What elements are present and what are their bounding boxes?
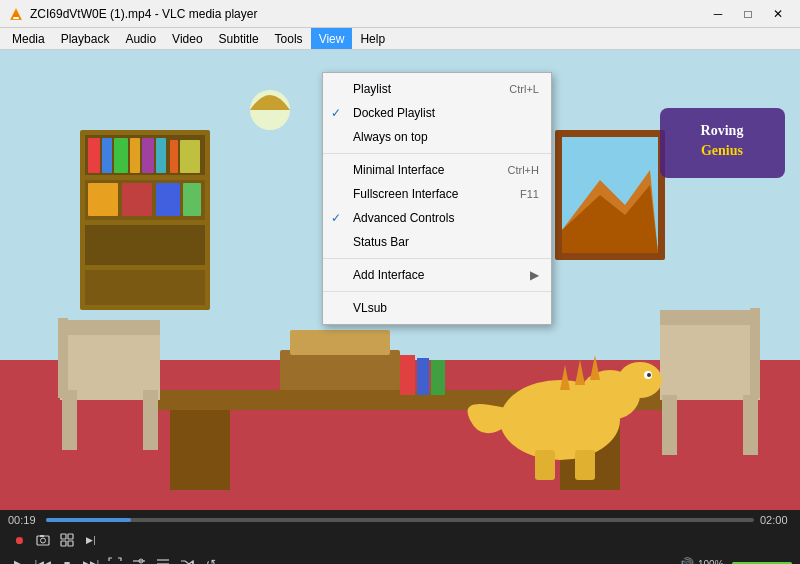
svg-rect-13	[114, 138, 128, 173]
fullscreen-btn[interactable]	[104, 554, 126, 564]
menu-vlsub[interactable]: VLsub	[323, 296, 551, 320]
svg-rect-55	[417, 358, 429, 395]
volume-label: 100%	[698, 559, 728, 565]
random-btn[interactable]	[176, 554, 198, 564]
svg-rect-17	[170, 140, 178, 173]
svg-rect-54	[400, 355, 415, 395]
progress-track[interactable]	[46, 518, 754, 522]
maximize-btn[interactable]: □	[734, 4, 762, 24]
volume-icon[interactable]: 🔊	[678, 557, 694, 565]
menu-video[interactable]: Video	[164, 28, 210, 49]
loop-btn[interactable]: ↺	[200, 554, 222, 564]
svg-point-48	[647, 373, 651, 377]
svg-rect-62	[40, 535, 44, 537]
menu-minimal-interface[interactable]: Minimal Interface Ctrl+H	[323, 158, 551, 182]
frame-next-btn[interactable]: ▶|	[80, 530, 102, 550]
menu-add-interface[interactable]: Add Interface ▶	[323, 263, 551, 287]
menu-help[interactable]: Help	[352, 28, 393, 49]
svg-rect-9	[85, 225, 205, 265]
menu-docked-playlist[interactable]: ✓ Docked Playlist	[323, 101, 551, 125]
extended-settings-btn[interactable]	[128, 554, 150, 564]
svg-rect-18	[180, 140, 200, 173]
svg-rect-33	[290, 330, 390, 355]
svg-text:Roving: Roving	[701, 123, 744, 138]
svg-rect-16	[156, 138, 166, 173]
app-icon	[8, 6, 24, 22]
menu-media[interactable]: Media	[4, 28, 53, 49]
svg-rect-14	[130, 138, 140, 173]
svg-rect-64	[68, 534, 73, 539]
svg-rect-38	[58, 318, 68, 398]
svg-rect-43	[750, 308, 760, 398]
menu-audio[interactable]: Audio	[117, 28, 164, 49]
menu-view[interactable]: View	[311, 28, 353, 49]
prev-btn[interactable]: |◀◀	[32, 554, 54, 564]
svg-rect-21	[156, 183, 180, 216]
submenu-arrow-icon: ▶	[530, 268, 539, 282]
svg-rect-37	[143, 390, 158, 450]
svg-point-46	[618, 362, 662, 398]
play-btn[interactable]: ▶	[8, 554, 30, 564]
svg-rect-35	[60, 320, 160, 335]
menu-bar: Media Playback Audio Video Subtitle Tool…	[0, 28, 800, 50]
close-btn[interactable]: ✕	[764, 4, 792, 24]
svg-rect-53	[575, 450, 595, 480]
svg-text:Genius: Genius	[701, 143, 744, 158]
svg-rect-41	[662, 395, 677, 455]
progress-fill	[46, 518, 131, 522]
record-btn[interactable]: ⏺	[8, 530, 30, 550]
svg-rect-30	[170, 410, 230, 490]
svg-rect-10	[85, 270, 205, 305]
next-btn[interactable]: ▶▶|	[80, 554, 102, 564]
title-bar: ZCI69dVtW0E (1).mp4 - VLC media player ─…	[0, 0, 800, 28]
svg-rect-11	[88, 138, 100, 173]
main-controls-row: ▶ |◀◀ ■ ▶▶|	[0, 552, 800, 564]
svg-rect-63	[61, 534, 66, 539]
view-dropdown-menu: Playlist Ctrl+L ✓ Docked Playlist Always…	[322, 72, 552, 325]
svg-rect-66	[68, 541, 73, 546]
svg-point-61	[41, 538, 46, 543]
svg-rect-32	[280, 350, 400, 390]
playlist-view-btn[interactable]	[152, 554, 174, 564]
volume-area: 🔊 100%	[678, 557, 792, 565]
menu-subtitle[interactable]: Subtitle	[211, 28, 267, 49]
progress-bar-area: 00:19 02:00	[0, 510, 800, 528]
total-time: 02:00	[760, 514, 792, 526]
svg-rect-52	[535, 450, 555, 480]
controls-area: 00:19 02:00 ⏺ ▶| ▶ |◀◀ ■	[0, 510, 800, 564]
menu-advanced-controls[interactable]: ✓ Advanced Controls	[323, 206, 551, 230]
extended-btn[interactable]	[56, 530, 78, 550]
stop-btn[interactable]: ■	[56, 554, 78, 564]
svg-rect-36	[62, 390, 77, 450]
svg-rect-56	[431, 360, 445, 395]
current-time: 00:19	[8, 514, 40, 526]
advanced-controls-row: ⏺ ▶|	[0, 528, 800, 552]
window-controls: ─ □ ✕	[704, 4, 792, 24]
svg-rect-19	[88, 183, 118, 216]
menu-playlist[interactable]: Playlist Ctrl+L	[323, 77, 551, 101]
menu-separator-1	[323, 153, 551, 154]
menu-status-bar[interactable]: Status Bar	[323, 230, 551, 254]
svg-rect-20	[122, 183, 152, 216]
menu-separator-2	[323, 258, 551, 259]
menu-fullscreen-interface[interactable]: Fullscreen Interface F11	[323, 182, 551, 206]
menu-always-on-top[interactable]: Always on top	[323, 125, 551, 149]
menu-playback[interactable]: Playback	[53, 28, 118, 49]
svg-rect-22	[183, 183, 201, 216]
svg-rect-40	[660, 310, 760, 325]
svg-rect-12	[102, 138, 112, 173]
svg-rect-60	[37, 536, 49, 545]
svg-rect-42	[743, 395, 758, 455]
menu-separator-3	[323, 291, 551, 292]
minimize-btn[interactable]: ─	[704, 4, 732, 24]
menu-tools[interactable]: Tools	[267, 28, 311, 49]
video-area: Roving Genius Playlist Ctrl+L ✓ Docked P…	[0, 50, 800, 510]
svg-rect-65	[61, 541, 66, 546]
snapshot-btn[interactable]	[32, 530, 54, 550]
svg-rect-15	[142, 138, 154, 173]
window-title: ZCI69dVtW0E (1).mp4 - VLC media player	[30, 7, 704, 21]
svg-rect-2	[13, 17, 19, 19]
